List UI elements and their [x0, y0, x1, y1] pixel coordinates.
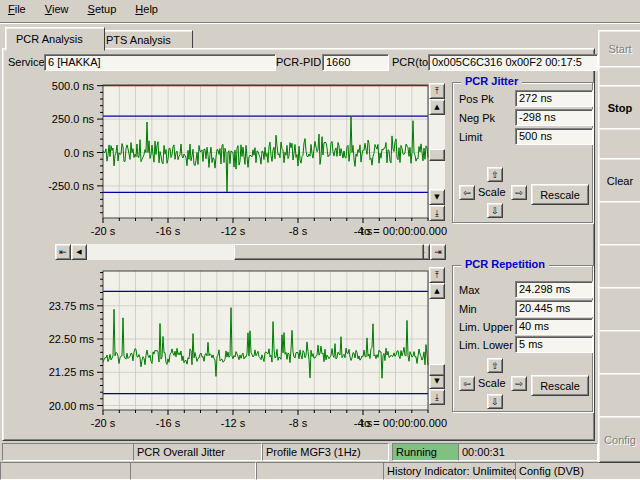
pcr-to-field[interactable]: 0x005C6C316 0x00F2 00:17:5 — [428, 54, 598, 71]
scroll-step-left-button[interactable]: ◀ — [71, 244, 87, 260]
svg-text:250.0 ns: 250.0 ns — [52, 113, 95, 125]
jitter-scroll-up-button[interactable]: ▲ — [429, 99, 445, 115]
repetition-rescale-label: Rescale — [540, 380, 580, 392]
spacer-button-5 — [598, 287, 640, 332]
x-axis-end-time-label: to = 00:00:00.000 — [361, 225, 447, 237]
config-button[interactable]: Config — [598, 416, 640, 463]
svg-text:-8 s: -8 s — [289, 225, 308, 237]
config-button-label: Config — [604, 434, 636, 446]
scale-right-icon: ⇨ — [515, 379, 523, 389]
repetition-vscroll-thumb[interactable] — [429, 364, 445, 376]
scroll-bottom-icon: ⤓ — [435, 208, 439, 219]
status-history-indicator: History Indicator: Unlimited — [383, 462, 516, 480]
status2-empty-3 — [256, 462, 384, 480]
menu-separator — [0, 22, 640, 24]
max-value: 24.298 ms — [515, 281, 593, 298]
spacer-button-6 — [598, 330, 640, 375]
scroll-down-icon: ▼ — [434, 193, 439, 201]
scroll-jump-left-button[interactable]: ⇤ — [55, 244, 71, 260]
status-measurement: PCR Overall Jitter — [133, 443, 262, 461]
tab-pcr-analysis[interactable]: PCR Analysis — [5, 27, 105, 51]
jump-right-icon: ⇥ — [434, 247, 442, 257]
status-elapsed-time: 00:00:31 — [458, 443, 598, 461]
start-button-label: Start — [608, 43, 631, 55]
jitter-limit-label: Limit — [459, 129, 482, 146]
jitter-rescale-label: Rescale — [540, 189, 580, 201]
menu-file[interactable]: File — [0, 0, 34, 18]
time-scrollbar-thumb[interactable] — [234, 244, 424, 260]
menu-view[interactable]: View — [37, 0, 77, 18]
svg-text:0.0 ns: 0.0 ns — [64, 147, 94, 159]
service-label: Service — [8, 56, 45, 68]
jitter-scroll-top-button[interactable]: ⤒ — [429, 83, 445, 99]
scale-up-icon: ⇧ — [491, 170, 499, 180]
status-empty-1 — [2, 443, 136, 461]
service-field[interactable]: 6 [HAKKA] — [44, 54, 276, 71]
pcr-analysis-window: { "menu": { "items": [ {"label":"File"},… — [0, 0, 640, 480]
pcr-repetition-panel-title: PCR Repetition — [461, 258, 549, 270]
repetition-scale-left-button[interactable]: ⇦ — [459, 376, 475, 391]
min-value: 20.445 ms — [515, 300, 593, 317]
repetition-rescale-button[interactable]: Rescale — [531, 375, 589, 396]
time-scrollbar-track[interactable] — [87, 244, 414, 260]
spacer-button-3 — [598, 201, 640, 246]
svg-text:-12 s: -12 s — [221, 417, 246, 429]
pcr-pid-field[interactable]: 1660 — [322, 54, 389, 71]
pcr-repetition-chart: 23.75 ms22.50 ms21.25 ms20.00 ms-20 s-16… — [36, 263, 448, 440]
menu-bar: File View Setup Help — [0, 0, 640, 21]
stop-button[interactable]: Stop — [598, 85, 640, 130]
pcr-jitter-chart: 500.0 ns250.0 ns0.0 ns-250.0 ns-20 s-16 … — [36, 80, 448, 244]
jitter-vscroll-track[interactable] — [429, 115, 445, 189]
spacer-button-7 — [598, 373, 640, 418]
repetition-scroll-up-button[interactable]: ▲ — [429, 283, 445, 299]
jitter-scroll-down-button[interactable]: ▼ — [429, 189, 445, 205]
repetition-scroll-bottom-button[interactable]: ⤓ — [429, 389, 445, 405]
status2-empty-1 — [0, 462, 133, 480]
scale-up-icon: ⇧ — [491, 361, 499, 371]
menu-help[interactable]: Help — [127, 0, 166, 18]
scroll-jump-right-button[interactable]: ⇥ — [430, 244, 446, 260]
pos-pk-label: Pos Pk — [459, 91, 494, 108]
jitter-rescale-button[interactable]: Rescale — [531, 184, 589, 205]
scroll-up-icon: ▲ — [434, 103, 439, 111]
svg-text:500.0 ns: 500.0 ns — [52, 80, 95, 92]
svg-text:21.25 ms: 21.25 ms — [49, 366, 95, 378]
repetition-scale-label: Scale — [478, 377, 506, 389]
min-label: Min — [459, 301, 477, 318]
tab-pts-analysis[interactable]: PTS Analysis — [95, 30, 193, 50]
svg-text:-20 s: -20 s — [91, 417, 116, 429]
scale-down-icon: ⇩ — [491, 397, 499, 407]
start-button[interactable]: Start — [598, 30, 640, 68]
jitter-scale-up-button[interactable]: ⇧ — [487, 167, 503, 182]
spacer-button-1 — [598, 66, 640, 87]
tab-pts-analysis-label: PTS Analysis — [106, 34, 171, 46]
scroll-down-icon: ▼ — [434, 377, 439, 385]
svg-text:-8 s: -8 s — [289, 417, 308, 429]
pcr-repetition-panel: PCR Repetition Max 24.298 ms Min 20.445 … — [452, 265, 593, 412]
max-label: Max — [459, 282, 480, 299]
neg-pk-label: Neg Pk — [459, 110, 495, 127]
menu-setup[interactable]: Setup — [80, 0, 125, 18]
jitter-scale-right-button[interactable]: ⇨ — [511, 185, 527, 200]
clear-button[interactable]: Clear — [598, 158, 640, 203]
jitter-vscroll-thumb[interactable] — [429, 149, 445, 161]
pcr-pid-label: PCR-PID — [276, 56, 321, 68]
pos-pk-value: 272 ns — [515, 90, 593, 107]
pcr-to-label: PCR(to) — [392, 56, 432, 68]
jitter-scale-left-button[interactable]: ⇦ — [459, 185, 475, 200]
repetition-vscroll-track[interactable] — [429, 299, 445, 373]
svg-text:-250.0 ns: -250.0 ns — [48, 180, 94, 192]
clear-button-label: Clear — [607, 175, 633, 187]
repetition-vscrollbar: ⤒ ▲ ▼ ⤓ — [429, 267, 445, 405]
jitter-scale-down-button[interactable]: ⇩ — [487, 203, 503, 218]
scale-right-icon: ⇨ — [515, 188, 523, 198]
scroll-top-icon: ⤒ — [435, 270, 439, 281]
scale-left-icon: ⇦ — [463, 188, 471, 198]
jitter-scroll-bottom-button[interactable]: ⤓ — [429, 205, 445, 221]
status-profile: Profile MGF3 (1Hz) — [262, 443, 389, 461]
repetition-scroll-top-button[interactable]: ⤒ — [429, 267, 445, 283]
scroll-bottom-icon: ⤓ — [435, 392, 439, 403]
repetition-scale-down-button[interactable]: ⇩ — [487, 394, 503, 409]
repetition-scale-up-button[interactable]: ⇧ — [487, 358, 503, 373]
repetition-scale-right-button[interactable]: ⇨ — [511, 376, 527, 391]
